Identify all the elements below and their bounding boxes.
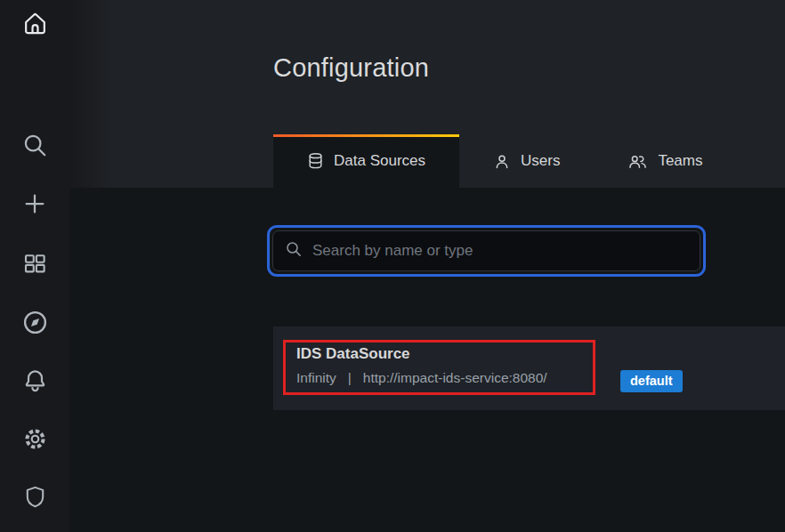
datasource-type: Infinity	[296, 370, 336, 385]
search-input[interactable]	[272, 230, 700, 271]
search-box	[267, 225, 706, 277]
datasource-name: IDS DataSource	[296, 345, 547, 363]
sidebar-item-explore[interactable]	[0, 308, 69, 337]
tab-teams[interactable]: Teams	[594, 134, 736, 188]
plus-icon	[21, 190, 48, 217]
datasource-list-item[interactable]: IDS DataSource Infinity|http://impact-id…	[273, 326, 785, 410]
sidebar-item-create[interactable]	[0, 190, 69, 217]
main-content: IDS DataSource Infinity|http://impact-id…	[69, 188, 785, 532]
sidebar-item-home[interactable]	[0, 10, 69, 37]
sidebar-item-alerting[interactable]	[0, 367, 69, 394]
home-icon	[21, 10, 49, 37]
meta-separator: |	[348, 370, 352, 385]
tab-bar: Data Sources Users Teams	[273, 134, 736, 188]
datasource-url: http://impact-ids-service:8080/	[363, 370, 547, 385]
datasource-info: IDS DataSource Infinity|http://impact-id…	[296, 345, 547, 386]
sidebar-nav	[0, 0, 69, 532]
tab-users[interactable]: Users	[459, 134, 594, 188]
tab-data-sources[interactable]: Data Sources	[273, 134, 459, 188]
tab-label: Teams	[658, 152, 702, 170]
users-icon	[627, 152, 648, 171]
search-icon	[21, 132, 49, 159]
shield-icon	[22, 483, 48, 511]
bell-icon	[21, 367, 49, 394]
sidebar-item-search[interactable]	[0, 132, 69, 159]
sidebar-item-dashboards[interactable]	[0, 250, 69, 277]
dashboards-icon	[21, 250, 48, 277]
tab-label: Users	[521, 152, 560, 170]
sidebar-item-admin[interactable]	[0, 483, 69, 511]
user-icon	[493, 152, 511, 171]
gear-icon	[21, 425, 49, 453]
database-icon	[307, 152, 324, 171]
page-title: Configuration	[273, 53, 429, 83]
default-badge: default	[620, 370, 683, 392]
datasource-meta: Infinity|http://impact-ids-service:8080/	[296, 370, 547, 386]
compass-icon	[20, 308, 50, 337]
sidebar-item-configuration[interactable]	[0, 425, 69, 453]
tab-label: Data Sources	[334, 152, 425, 170]
page-header: Configuration Data Sources Users	[69, 0, 785, 188]
